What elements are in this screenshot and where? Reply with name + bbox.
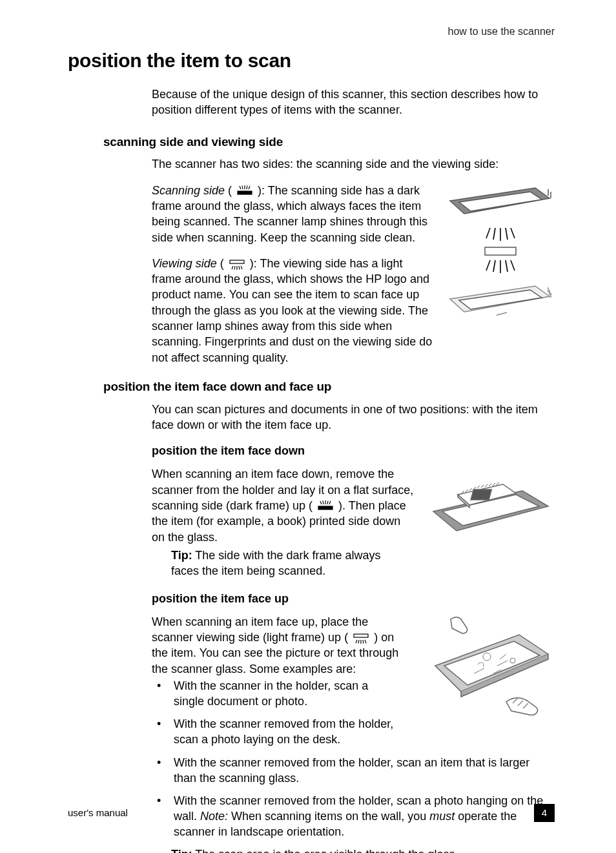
subheading-face-up: position the item face up <box>152 591 555 606</box>
svg-line-45 <box>497 482 499 485</box>
figure-scanner-sides <box>445 183 555 325</box>
footer-left: user's manual <box>68 807 128 819</box>
svg-line-25 <box>497 313 507 315</box>
face-up-examples-list: With the scanner in the holder, scan a s… <box>152 678 404 747</box>
viewing-side-text: The viewing side has a light frame aroun… <box>152 257 432 364</box>
svg-line-50 <box>363 640 364 644</box>
tip-face-up: Tip: The scan area is the area visible t… <box>171 847 507 853</box>
intro-paragraph: Because of the unique design of this sca… <box>152 87 555 118</box>
svg-line-41 <box>481 485 484 488</box>
viewing-side-icon <box>227 258 247 270</box>
face-up-text: When scanning an item face up, place the… <box>152 614 404 677</box>
svg-line-4 <box>249 186 250 189</box>
tip-face-down: Tip: The side with the dark frame always… <box>171 548 394 579</box>
svg-line-47 <box>356 640 357 643</box>
scanning-side-paragraph: Scanning side ( ): The scanning side has… <box>152 183 433 245</box>
svg-line-14 <box>486 228 490 238</box>
page-title: position the item to scan <box>68 48 555 74</box>
svg-rect-35 <box>471 489 491 500</box>
svg-rect-46 <box>354 634 368 637</box>
viewing-side-paragraph: Viewing side ( ): The viewing side has a… <box>152 256 433 365</box>
paren-close: ): <box>254 184 268 197</box>
svg-line-11 <box>241 266 242 269</box>
page-number: 4 <box>534 804 555 822</box>
svg-line-18 <box>511 228 515 238</box>
paren-close2: ): <box>247 257 260 270</box>
svg-line-43 <box>489 484 491 486</box>
list-item: With the scanner removed from the holder… <box>152 716 397 748</box>
scanning-side-label: Scanning side <box>152 184 225 197</box>
section-heading-sides: scanning side and viewing side <box>103 134 555 150</box>
svg-line-30 <box>323 501 323 505</box>
svg-line-33 <box>329 501 331 504</box>
svg-line-1 <box>242 185 243 189</box>
svg-line-3 <box>247 185 247 189</box>
tip-label: Tip: <box>171 848 192 853</box>
svg-line-38 <box>469 488 472 491</box>
svg-line-24 <box>511 260 515 271</box>
svg-line-17 <box>506 228 508 240</box>
svg-rect-19 <box>485 247 516 255</box>
svg-line-8 <box>234 266 235 270</box>
viewing-side-icon <box>351 632 371 644</box>
svg-line-32 <box>327 501 328 505</box>
svg-line-10 <box>239 266 240 270</box>
figure-face-down <box>426 466 555 544</box>
svg-rect-6 <box>230 260 244 263</box>
tip-label: Tip: <box>171 549 192 562</box>
face-up-examples-list-cont: With the scanner removed from the holder… <box>152 755 555 839</box>
svg-line-23 <box>506 260 508 272</box>
paren-open: ( <box>225 184 235 197</box>
face-up-text-a: When scanning an item face up, place the… <box>152 615 368 644</box>
svg-line-48 <box>358 640 359 644</box>
section1-lead: The scanner has two sides: the scanning … <box>152 156 555 172</box>
list-item: With the scanner in the holder, scan a s… <box>152 678 397 710</box>
svg-line-40 <box>477 486 480 488</box>
subheading-face-down: position the item face down <box>152 443 555 458</box>
scanning-side-icon <box>235 185 254 197</box>
svg-line-20 <box>486 260 490 271</box>
tip-text: The scan area is the area visible throug… <box>171 848 458 853</box>
svg-line-44 <box>493 483 495 486</box>
svg-line-7 <box>232 266 233 269</box>
viewing-side-label: Viewing side <box>152 257 217 270</box>
svg-line-42 <box>485 484 488 487</box>
chapter-header: how to use the scanner <box>68 25 555 39</box>
svg-line-37 <box>466 489 468 492</box>
svg-line-0 <box>240 186 241 189</box>
tip-text: The side with the dark frame always face… <box>171 549 380 577</box>
svg-rect-5 <box>238 191 252 194</box>
section2-lead: You can scan pictures and documents in o… <box>152 402 555 433</box>
paren-open2: ( <box>217 257 227 270</box>
svg-line-15 <box>493 228 495 240</box>
svg-rect-34 <box>318 506 333 509</box>
scanning-side-icon <box>316 500 335 512</box>
figure-face-up <box>416 614 555 727</box>
face-down-text: When scanning an item face down, remove … <box>152 466 414 544</box>
section-heading-position: position the item face down and face up <box>103 378 555 395</box>
svg-line-51 <box>365 640 366 643</box>
list-item: With the scanner removed from the holder… <box>152 755 555 786</box>
svg-line-29 <box>320 501 322 504</box>
svg-line-21 <box>493 260 495 272</box>
